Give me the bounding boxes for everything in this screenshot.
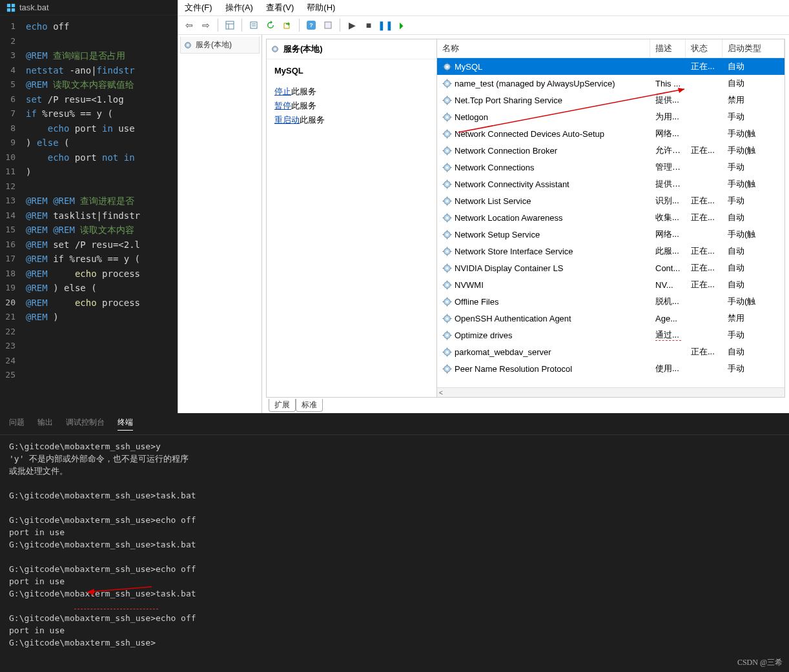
svg-rect-3	[12, 8, 15, 11]
svg-rect-11	[325, 22, 331, 28]
left-tree: 服务(本地)	[178, 35, 262, 413]
stop-icon[interactable]: ■	[362, 18, 376, 32]
gear-icon	[183, 41, 192, 50]
properties-icon[interactable]	[247, 18, 261, 32]
table-row[interactable]: Network Connection Broker允许 ...正在...手动(触	[437, 142, 784, 159]
table-row[interactable]: parkomat_webdav_server正在...自动	[437, 343, 784, 360]
table-row[interactable]: Network Connected Devices Auto-Setup网络..…	[437, 125, 784, 142]
forward-icon[interactable]: ⇨	[199, 18, 213, 32]
svg-point-23	[446, 82, 449, 85]
menu-view[interactable]: 查看(V)	[266, 2, 294, 14]
service-list-pane: 名称 描述 状态 启动类型 MySQL正在...自动name_test (man…	[437, 39, 785, 398]
editor-tab[interactable]: task.bat	[0, 0, 178, 15]
svg-rect-0	[7, 3, 10, 6]
table-row[interactable]: Network Setup Service网络...手动(触	[437, 226, 784, 243]
service-rows[interactable]: MySQL正在...自动name_test (managed by Always…	[437, 58, 784, 387]
svg-point-65	[446, 199, 449, 202]
help-icon[interactable]: ?	[304, 18, 318, 32]
table-row[interactable]: Network Store Interface Service此服...正在..…	[437, 243, 784, 260]
menu-help[interactable]: 帮助(H)	[307, 2, 335, 14]
restart-link[interactable]: 重启动	[274, 115, 300, 125]
tab-调试控制台[interactable]: 调试控制台	[66, 417, 105, 431]
separator	[241, 19, 242, 32]
svg-point-35	[446, 116, 449, 118]
svg-point-83	[446, 250, 449, 252]
restart-icon[interactable]: ⏵	[395, 18, 409, 32]
tab-问题[interactable]: 问题	[9, 417, 25, 431]
terminal-tabs: 问题输出调试控制台终端	[0, 413, 789, 435]
gear-icon	[271, 45, 280, 54]
table-row[interactable]: OpenSSH Authentication AgentAge...禁用	[437, 310, 784, 327]
table-row[interactable]: Network Location Awareness收集...正在...自动	[437, 209, 784, 226]
selected-service-name: MySQL	[274, 66, 429, 76]
table-row[interactable]: Net.Tcp Port Sharing Service提供...禁用	[437, 92, 784, 108]
stop-text: 此服务	[291, 87, 316, 96]
svg-point-101	[446, 300, 449, 303]
services-main: 服务(本地) 服务(本地) MySQL 停止此服务 暂停此服务 重启动此服务 名…	[178, 35, 789, 413]
bottom-tabs: 扩展 标准	[266, 399, 789, 413]
detail-header-text: 服务(本地)	[283, 43, 323, 55]
table-row[interactable]: Network Connectivity Assistant提供 ...手动(触	[437, 176, 784, 192]
menu-file[interactable]: 文件(F)	[185, 2, 212, 14]
toolbar: ⇦ ⇨ ? ▶ ■ ❚❚ ⏵	[178, 15, 789, 35]
svg-point-119	[446, 351, 449, 353]
grid-header: 名称 描述 状态 启动类型	[437, 39, 784, 58]
col-start[interactable]: 启动类型	[722, 39, 784, 57]
refresh-icon[interactable]	[263, 18, 278, 32]
restart-text: 此服务	[300, 115, 325, 125]
table-row[interactable]: Peer Name Resolution Protocol使用...手动	[437, 360, 784, 377]
pause-link[interactable]: 暂停	[274, 101, 291, 110]
export-icon[interactable]	[280, 18, 294, 32]
table-row[interactable]: Network List Service识别...正在...手动	[437, 192, 784, 209]
col-name[interactable]: 名称	[437, 39, 650, 57]
tab-终端[interactable]: 终端	[118, 417, 133, 431]
table-row[interactable]: Offline Files脱机...手动(触	[437, 293, 784, 310]
svg-point-77	[446, 233, 449, 236]
svg-point-29	[446, 99, 449, 101]
options-icon[interactable]	[321, 18, 335, 32]
svg-rect-2	[7, 8, 10, 11]
svg-point-41	[446, 132, 449, 135]
svg-point-107	[446, 317, 449, 320]
svg-point-53	[446, 166, 449, 168]
tab-standard[interactable]: 标准	[296, 399, 323, 412]
detail-content: MySQL 停止此服务 暂停此服务 重启动此服务	[267, 59, 436, 134]
table-row[interactable]: NVWMINV...正在...自动	[437, 276, 784, 293]
separator	[218, 19, 218, 32]
back-icon[interactable]: ⇦	[182, 18, 196, 32]
table-row[interactable]: Network Connections管理"...手动	[437, 159, 784, 176]
editor-tab-name: task.bat	[19, 3, 49, 12]
svg-rect-7	[251, 22, 257, 28]
table-row[interactable]: NVIDIA Display Container LSCont...正在...自…	[437, 260, 784, 276]
table-row[interactable]: Optimize drives通过...手动	[437, 327, 784, 343]
tab-输出[interactable]: 输出	[37, 417, 53, 431]
services-window: 文件(F) 操作(A) 查看(V) 帮助(H) ⇦ ⇨ ? ▶ ■ ❚❚ ⏵ 服…	[178, 0, 789, 413]
svg-point-15	[274, 48, 276, 50]
view-icon[interactable]	[223, 18, 237, 32]
pause-icon[interactable]: ❚❚	[378, 18, 393, 32]
stop-link[interactable]: 停止	[274, 87, 291, 96]
pause-text: 此服务	[291, 101, 316, 110]
svg-point-113	[446, 334, 449, 336]
table-row[interactable]: Netlogon为用...手动	[437, 108, 784, 125]
detail-header: 服务(本地)	[267, 39, 436, 59]
start-icon[interactable]: ▶	[345, 18, 359, 32]
tab-extended[interactable]: 扩展	[269, 399, 296, 412]
code-area[interactable]: 1echo off23@REM 查询端口是否占用4netstat -ano|fi…	[0, 15, 178, 387]
menu-bar: 文件(F) 操作(A) 查看(V) 帮助(H)	[178, 0, 789, 15]
svg-point-47	[446, 149, 449, 152]
table-row[interactable]: MySQL正在...自动	[437, 58, 784, 75]
tree-label: 服务(本地)	[196, 39, 232, 50]
horizontal-scroll-hint[interactable]: <	[437, 387, 784, 397]
terminal-body[interactable]: G:\gitcode\mobaxterm_ssh_use>y 'y' 不是内部或…	[0, 435, 789, 654]
svg-point-17	[446, 65, 449, 68]
annotation-underline	[655, 340, 681, 341]
col-desc[interactable]: 描述	[650, 39, 686, 57]
table-row[interactable]: name_test (managed by AlwaysUpService)Th…	[437, 75, 784, 92]
vscode-pane: task.bat 1echo off23@REM 查询端口是否占用4netsta…	[0, 0, 178, 413]
menu-action[interactable]: 操作(A)	[225, 2, 253, 14]
svg-rect-1	[12, 3, 15, 6]
tree-node-local[interactable]: 服务(本地)	[180, 37, 260, 54]
col-status[interactable]: 状态	[686, 39, 722, 57]
separator	[299, 19, 300, 32]
